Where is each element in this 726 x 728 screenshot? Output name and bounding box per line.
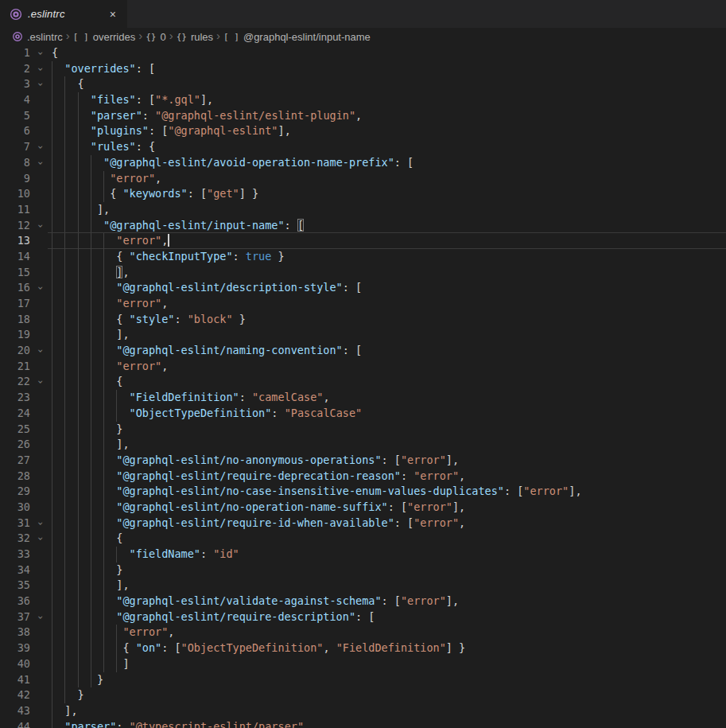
line-number[interactable]: 30 — [0, 500, 30, 516]
breadcrumb-item[interactable]: [ ]overrides — [73, 31, 135, 43]
code-line[interactable]: 13 "error", — [0, 233, 726, 249]
code-line[interactable]: 39 { "on": ["ObjectTypeDefinition", "Fie… — [0, 640, 726, 656]
editor[interactable]: 1›{2› "overrides": [3› {4 "files": ["*.g… — [0, 45, 726, 728]
line-number[interactable]: 27 — [0, 453, 30, 469]
line-number[interactable]: 5 — [0, 108, 30, 124]
line-number[interactable]: 21 — [0, 359, 30, 375]
code-line[interactable]: 8› "@graphql-eslint/avoid-operation-name… — [0, 155, 726, 171]
code-line[interactable]: 41 } — [0, 672, 726, 688]
breadcrumb-item[interactable]: {}rules — [177, 31, 213, 43]
line-number[interactable]: 1 — [0, 45, 30, 61]
code-line[interactable]: 38 "error", — [0, 625, 726, 640]
line-number[interactable]: 14 — [0, 249, 30, 265]
line-number[interactable]: 38 — [0, 625, 30, 640]
line-number[interactable]: 39 — [0, 640, 30, 656]
code-line[interactable]: 1›{ — [0, 45, 726, 61]
code-line[interactable]: 21 "error", — [0, 359, 726, 375]
code-line[interactable]: 43 ], — [0, 703, 726, 719]
code-line[interactable]: 26 ], — [0, 437, 726, 453]
code-line[interactable]: 32› { — [0, 531, 726, 547]
line-number[interactable]: 22 — [0, 374, 30, 390]
code-line[interactable]: 9 "error", — [0, 171, 726, 187]
line-number[interactable]: 24 — [0, 406, 30, 422]
code-line[interactable]: 17 "error", — [0, 296, 726, 312]
code-line[interactable]: 18 { "style": "block" } — [0, 312, 726, 328]
code-line[interactable]: 42 } — [0, 687, 726, 703]
code-line[interactable]: 23 "FieldDefinition": "camelCase", — [0, 390, 726, 406]
close-icon[interactable]: × — [107, 7, 119, 21]
fold-chevron-icon[interactable]: › — [35, 516, 46, 531]
code-line[interactable]: 20› "@graphql-eslint/naming-convention":… — [0, 343, 726, 359]
line-number[interactable]: 11 — [0, 202, 30, 218]
line-number[interactable]: 44 — [0, 719, 30, 728]
code-line[interactable]: 35 ], — [0, 578, 726, 594]
line-number[interactable]: 28 — [0, 469, 30, 485]
line-number[interactable]: 8 — [0, 155, 30, 171]
code-line[interactable]: 44 "parser": "@typescript-eslint/parser" — [0, 719, 726, 728]
code-line[interactable]: 5 "parser": "@graphql-eslint/eslint-plug… — [0, 108, 726, 124]
line-number[interactable]: 36 — [0, 594, 30, 609]
code-line[interactable]: 40 ] — [0, 656, 726, 672]
line-number[interactable]: 13 — [0, 233, 30, 249]
code-line[interactable]: 29 "@graphql-eslint/no-case-insensitive-… — [0, 484, 726, 500]
line-number[interactable]: 25 — [0, 422, 30, 438]
line-number[interactable]: 34 — [0, 563, 30, 578]
code-line[interactable]: 37› "@graphql-eslint/require-description… — [0, 609, 726, 625]
line-number[interactable]: 10 — [0, 186, 30, 202]
line-number[interactable]: 17 — [0, 296, 30, 312]
line-number[interactable]: 43 — [0, 703, 30, 719]
line-number[interactable]: 37 — [0, 609, 30, 625]
line-number[interactable]: 16 — [0, 280, 30, 296]
code-line[interactable]: 19 ], — [0, 327, 726, 343]
code-line[interactable]: 33 "fieldName": "id" — [0, 547, 726, 563]
code-line[interactable]: 12› "@graphql-eslint/input-name": [ — [0, 218, 726, 234]
line-number[interactable]: 40 — [0, 656, 30, 672]
code-line[interactable]: 3› { — [0, 76, 726, 92]
fold-chevron-icon[interactable]: › — [35, 531, 46, 547]
line-number[interactable]: 33 — [0, 547, 30, 563]
fold-chevron-icon[interactable]: › — [35, 218, 46, 234]
code-line[interactable]: 2› "overrides": [ — [0, 61, 726, 77]
line-number[interactable]: 6 — [0, 123, 30, 139]
fold-chevron-icon[interactable]: › — [35, 61, 46, 77]
line-number[interactable]: 41 — [0, 672, 30, 688]
line-number[interactable]: 23 — [0, 390, 30, 406]
line-number[interactable]: 26 — [0, 437, 30, 453]
code-line[interactable]: 16› "@graphql-eslint/description-style":… — [0, 280, 726, 296]
line-number[interactable]: 32 — [0, 531, 30, 547]
fold-chevron-icon[interactable]: › — [35, 280, 46, 296]
code-line[interactable]: 31› "@graphql-eslint/require-id-when-ava… — [0, 516, 726, 531]
tab-eslintrc[interactable]: .eslintrc × — [0, 0, 127, 28]
breadcrumb-item[interactable]: .eslintrc — [12, 31, 63, 43]
line-number[interactable]: 2 — [0, 61, 30, 77]
fold-chevron-icon[interactable]: › — [35, 374, 46, 390]
fold-chevron-icon[interactable]: › — [35, 343, 46, 359]
line-number[interactable]: 42 — [0, 687, 30, 703]
code-line[interactable]: 25 } — [0, 422, 726, 438]
code-line[interactable]: 11 ], — [0, 202, 726, 218]
code-line[interactable]: 15 ], — [0, 265, 726, 281]
code-line[interactable]: 27 "@graphql-eslint/no-anonymous-operati… — [0, 453, 726, 469]
code-line[interactable]: 28 "@graphql-eslint/require-deprecation-… — [0, 469, 726, 485]
line-number[interactable]: 15 — [0, 265, 30, 281]
breadcrumb-item[interactable]: {}0 — [146, 31, 165, 43]
line-number[interactable]: 12 — [0, 218, 30, 234]
fold-chevron-icon[interactable]: › — [35, 139, 46, 155]
line-number[interactable]: 19 — [0, 327, 30, 343]
line-number[interactable]: 3 — [0, 76, 30, 92]
line-number[interactable]: 7 — [0, 139, 30, 155]
fold-chevron-icon[interactable]: › — [35, 609, 46, 625]
code-line[interactable]: 6 "plugins": ["@graphql-eslint"], — [0, 123, 726, 139]
code-line[interactable]: 7› "rules": { — [0, 139, 726, 155]
code-line[interactable]: 34 } — [0, 563, 726, 578]
line-number[interactable]: 20 — [0, 343, 30, 359]
line-number[interactable]: 4 — [0, 92, 30, 108]
line-number[interactable]: 29 — [0, 484, 30, 500]
line-number[interactable]: 18 — [0, 312, 30, 328]
code-line[interactable]: 30 "@graphql-eslint/no-operation-name-su… — [0, 500, 726, 516]
code-line[interactable]: 10 { "keywords": ["get"] } — [0, 186, 726, 202]
code-line[interactable]: 4 "files": ["*.gql"], — [0, 92, 726, 108]
code-line[interactable]: 14 { "checkInputType": true } — [0, 249, 726, 265]
fold-chevron-icon[interactable]: › — [35, 76, 46, 92]
code-line[interactable]: 24 "ObjectTypeDefinition": "PascalCase" — [0, 406, 726, 422]
